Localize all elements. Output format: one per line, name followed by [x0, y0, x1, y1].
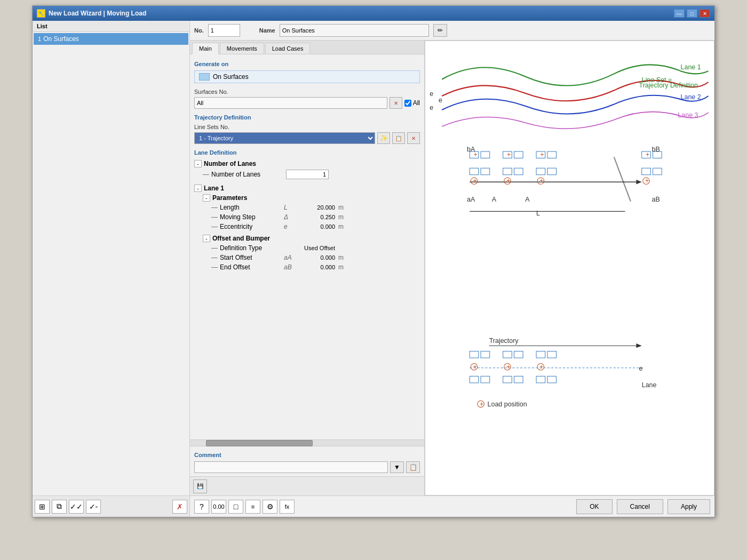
start-offset-name: Start Offset [220, 254, 284, 261]
svg-rect-62 [514, 376, 523, 382]
svg-text:Load position: Load position [488, 401, 527, 408]
lane1-section: - Lane 1 - Parameters [194, 183, 420, 272]
cancel-button[interactable]: Cancel [617, 499, 663, 514]
calc-button[interactable]: 0.00 [211, 500, 226, 514]
tab-load-cases[interactable]: Load Cases [265, 43, 311, 54]
no-input[interactable] [208, 24, 240, 37]
def-type-val: Used Offset [295, 245, 337, 251]
svg-text:+: + [539, 363, 543, 371]
add-button[interactable]: ⊞ [35, 500, 50, 514]
apply-button[interactable]: Apply [667, 499, 710, 514]
num-lanes-input[interactable] [286, 170, 329, 179]
svg-text:Lane 2: Lane 2 [681, 93, 701, 101]
offset-expand[interactable]: - [203, 235, 210, 242]
lane1-children: - Parameters — Length L 20.000 [194, 193, 420, 272]
minimize-button[interactable]: — [674, 9, 685, 18]
svg-text:+: + [645, 177, 649, 185]
tab-main[interactable]: Main [192, 43, 219, 54]
tabs: Main Movements Load Cases [190, 41, 424, 54]
param-step-val: 0.250 [295, 214, 337, 220]
end-offset-name: End Offset [220, 263, 284, 271]
content-area: Main Movements Load Cases Generate on On… [190, 41, 714, 495]
params-header: - Parameters [203, 193, 420, 203]
surfaces-input[interactable] [194, 97, 387, 109]
settings-button[interactable]: ⚙ [263, 500, 277, 514]
formula-button[interactable]: fx [280, 500, 295, 514]
tab-movements[interactable]: Movements [220, 43, 264, 54]
end-offset-val: 0.000 [295, 264, 337, 270]
comment-dropdown-btn[interactable]: ▼ [390, 461, 404, 473]
linesets-edit-button[interactable]: 📋 [392, 132, 405, 144]
titlebar-left: 🔧 New Load Wizard | Moving Load [37, 9, 146, 18]
params-expand[interactable]: - [203, 194, 210, 202]
comment-title: Comment [194, 452, 420, 458]
check-all-button[interactable]: ✓✓ [69, 500, 84, 514]
linesets-row: 1 - Trajectory ✨ 📋 ✕ [194, 132, 420, 144]
help-button[interactable]: ? [194, 500, 209, 514]
diagram-area: Lane 1 Line Set = Trajectory Definition … [425, 41, 714, 495]
linesets-select[interactable]: 1 - Trajectory [194, 132, 375, 144]
form-area: Main Movements Load Cases Generate on On… [190, 41, 425, 495]
def-type-row: — Definition Type Used Offset [211, 243, 420, 253]
param-length-row: — Length L 20.000 m [211, 203, 420, 212]
maximize-button[interactable]: □ [687, 9, 697, 18]
start-offset-sym: aA [284, 254, 295, 261]
comment-copy-btn[interactable]: 📋 [406, 461, 420, 473]
start-offset-val: 0.000 [295, 254, 337, 261]
svg-rect-60 [481, 376, 490, 382]
surfaces-clear-button[interactable]: ✕ [390, 97, 402, 109]
param-ecc-unit: m [338, 223, 344, 230]
trajectory-title: Trajectory Definition [194, 114, 420, 121]
uncheck-button[interactable]: ✓- [86, 500, 101, 514]
svg-rect-34 [653, 168, 662, 174]
lane1-expand[interactable]: - [194, 185, 202, 192]
id-bar: No. Name ✏ [190, 21, 714, 41]
table-button[interactable]: ≡ [245, 500, 260, 514]
edit-name-button[interactable]: ✏ [433, 24, 447, 37]
svg-text:e: e [430, 104, 433, 111]
number-lanes-expand[interactable]: - [194, 160, 202, 167]
param-length-sym: L [284, 204, 295, 211]
left-panel: List 1 On Surfaces ⊞ ⧉ ✓✓ ✓- ✗ [33, 21, 190, 517]
horizontal-scrollbar[interactable] [190, 439, 424, 446]
delete-button[interactable]: ✗ [172, 500, 187, 514]
svg-rect-30 [514, 168, 523, 174]
window-title: New Load Wizard | Moving Load [49, 10, 146, 17]
param-step-row: — Moving Step Δ 0.250 m [211, 212, 420, 222]
svg-rect-31 [536, 168, 545, 174]
ok-button[interactable]: OK [576, 499, 612, 514]
svg-line-8 [614, 157, 631, 201]
close-button[interactable]: ✕ [700, 9, 710, 18]
all-checkbox[interactable] [404, 100, 411, 107]
linesets-clear-button[interactable]: ✕ [407, 132, 420, 144]
scrollbar-thumb[interactable] [206, 440, 313, 446]
number-lanes-label: Number of Lanes [204, 160, 256, 167]
svg-rect-56 [514, 351, 523, 358]
linesets-add-button[interactable]: ✨ [377, 132, 390, 144]
svg-text:Trajectory Definition: Trajectory Definition [639, 82, 698, 89]
list-content: 1 On Surfaces [33, 32, 189, 495]
svg-rect-54 [481, 351, 490, 358]
def-type-name: Definition Type [220, 244, 284, 252]
view-button[interactable]: □ [228, 500, 243, 514]
comment-input[interactable] [194, 461, 388, 473]
duplicate-button[interactable]: ⧉ [52, 500, 67, 514]
svg-text:+: + [506, 177, 510, 185]
end-offset-row: — End Offset aB 0.000 m [211, 262, 420, 272]
param-ecc-sym: e [284, 223, 295, 230]
comment-section: Comment ▼ 📋 [190, 446, 424, 476]
svg-marker-49 [636, 343, 641, 348]
param-length-name: Length [220, 204, 284, 211]
params-label: Parameters [212, 194, 247, 202]
form-save-btn[interactable]: 💾 [193, 479, 207, 493]
params-children: — Length L 20.000 m — Movi [203, 203, 420, 231]
bottom-bar: ? 0.00 □ ≡ ⚙ fx OK Cancel Apply [190, 495, 714, 517]
window-controls[interactable]: — □ ✕ [674, 9, 710, 18]
name-input[interactable] [280, 24, 429, 37]
svg-rect-57 [536, 351, 545, 358]
svg-text:+: + [507, 151, 511, 158]
list-item[interactable]: 1 On Surfaces [34, 33, 188, 45]
svg-text:aA: aA [467, 196, 475, 203]
svg-rect-33 [642, 168, 651, 174]
right-area: No. Name ✏ Main Movements Load Cases [190, 21, 714, 517]
